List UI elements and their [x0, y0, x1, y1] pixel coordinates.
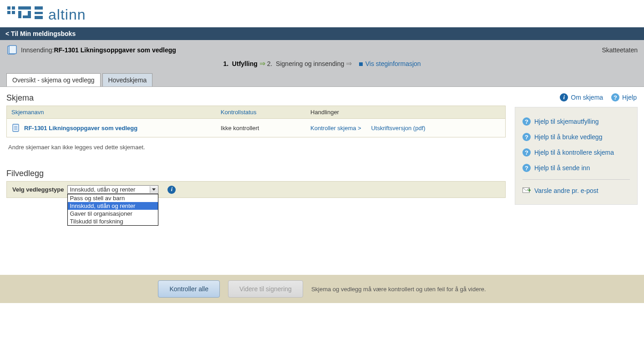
notify-email-link[interactable]: Varsle andre pr. e-post — [522, 183, 630, 198]
help-icon: ? — [522, 164, 531, 172]
skjema-heading: Skjema — [6, 93, 506, 103]
mail-icon — [522, 187, 531, 194]
help-fill-link[interactable]: ? Hjelp til skjemautfylling — [522, 114, 630, 129]
chevron-down-icon — [150, 186, 157, 193]
svg-rect-4 — [18, 6, 31, 10]
svg-rect-1 — [12, 6, 15, 10]
filvedlegg-bar: Velg vedleggstype Innskudd, utlån og ren… — [6, 181, 506, 198]
skjema-note: Andre skjemaer kan ikke legges ved dette… — [6, 137, 506, 157]
nav-back-link[interactable]: < Til Min meldingsboks — [5, 30, 76, 37]
col-skjemanavn[interactable]: Skjemanavn — [7, 106, 216, 119]
arrow-right-icon: ⇒ — [346, 60, 352, 67]
dropdown-option[interactable]: Pass og stell av barn — [68, 194, 158, 202]
step-indicator: 1. Utfylling ⇒ 2. Signering og innsendin… — [6, 56, 638, 71]
tabs: Oversikt - skjema og vedlegg Hovedskjema — [6, 73, 638, 86]
document-icon — [11, 123, 20, 132]
arrow-right-icon: ⇒ — [259, 60, 265, 67]
vedleggstype-dropdown: Pass og stell av barn Innskudd, utlån og… — [67, 194, 158, 226]
help-send-link[interactable]: ? Hjelp til å sende inn — [522, 160, 630, 176]
chevron-left-icon: < — [5, 30, 9, 37]
svg-rect-2 — [7, 11, 10, 14]
etat-label: Skatteetaten — [602, 46, 638, 54]
square-icon — [359, 62, 363, 66]
videre-til-signering-button: Videre til signering — [228, 280, 303, 298]
status-cell: Ikke kontrollert — [216, 119, 306, 137]
vedleggstype-label: Velg vedleggstype — [12, 186, 64, 193]
om-skjema-link[interactable]: i Om skjema — [560, 93, 603, 101]
kontroller-skjema-link[interactable]: Kontroller skjema > — [310, 125, 361, 132]
utskriftsversjon-link[interactable]: Utskriftsversjon (pdf) — [371, 125, 425, 132]
altinn-logo-icon — [7, 5, 44, 24]
dropdown-option[interactable]: Innskudd, utlån og renter — [68, 202, 158, 210]
kontroller-alle-button[interactable]: Kontroller alle — [158, 280, 220, 298]
col-handlinger: Handlinger — [306, 106, 505, 119]
tab-overview[interactable]: Oversikt - skjema og vedlegg — [6, 73, 101, 86]
footer-bar: Kontroller alle Videre til signering Skj… — [0, 275, 644, 303]
svg-rect-8 — [35, 6, 43, 10]
divider — [522, 179, 630, 180]
skjema-name-link[interactable]: RF-1301 Likningsoppgaver som vedlegg — [11, 123, 212, 132]
sub-header: Innsending:RF-1301 Likningsoppgaver som … — [0, 40, 644, 87]
filvedlegg-heading: Filvedlegg — [6, 169, 506, 178]
svg-rect-5 — [18, 11, 21, 18]
help-check-link[interactable]: ? Hjelp til å kontrollere skjema — [522, 145, 630, 160]
document-icon — [6, 45, 17, 56]
help-icon: ? — [522, 148, 531, 157]
show-step-info-link[interactable]: Vis steginformasjon — [365, 60, 421, 67]
help-panel: ? Hjelp til skjemautfylling ? Hjelp til … — [515, 107, 638, 205]
footer-note: Skjema og vedlegg må være kontrollert og… — [311, 286, 486, 293]
skjema-table: Skjemanavn Kontrollstatus Handlinger — [6, 106, 506, 137]
svg-rect-10 — [35, 16, 43, 19]
svg-rect-9 — [35, 12, 43, 14]
dropdown-option[interactable]: Gaver til organisasjoner — [68, 210, 158, 218]
svg-rect-0 — [7, 6, 10, 10]
help-icon: ? — [611, 93, 619, 101]
tab-main-form[interactable]: Hovedskjema — [102, 73, 153, 86]
vedleggstype-select[interactable]: Innskudd, utlån og renter — [67, 185, 158, 194]
innsending-label: Innsending:RF-1301 Likningsoppgaver som … — [21, 46, 176, 54]
nav-bar: < Til Min meldingsboks — [0, 27, 644, 40]
info-icon[interactable]: i — [167, 186, 176, 194]
hjelp-link[interactable]: ? Hjelp — [611, 93, 637, 101]
help-attach-link[interactable]: ? Hjelp til å bruke vedlegg — [522, 129, 630, 145]
altinn-logo-text: altinn — [48, 6, 86, 23]
col-kontrollstatus[interactable]: Kontrollstatus — [216, 106, 306, 119]
dropdown-option[interactable]: Tilskudd til forskning — [68, 218, 158, 225]
svg-rect-12 — [9, 46, 16, 54]
svg-rect-7 — [28, 11, 31, 15]
table-row: RF-1301 Likningsoppgaver som vedlegg Ikk… — [7, 119, 506, 137]
info-icon: i — [560, 93, 568, 101]
help-icon: ? — [522, 117, 531, 126]
svg-rect-3 — [12, 11, 15, 14]
help-icon: ? — [522, 133, 531, 141]
svg-rect-6 — [23, 15, 31, 18]
header-logo: altinn — [0, 0, 644, 27]
